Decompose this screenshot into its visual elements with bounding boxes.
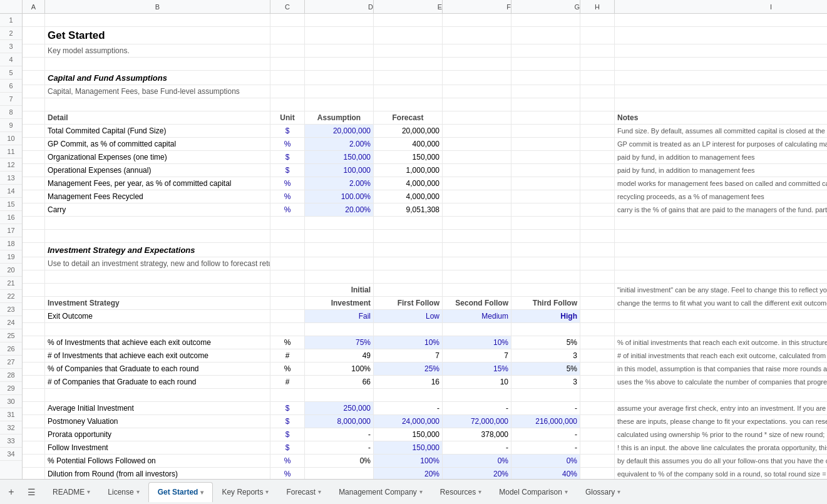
cell-f20[interactable] (443, 270, 511, 283)
cell-a19[interactable] (23, 257, 45, 270)
cell-f11[interactable] (443, 151, 511, 163)
cell-d16[interactable] (305, 217, 374, 229)
table2-row6-v3[interactable]: 72,000,000 (443, 415, 511, 428)
table1-row7-forecast[interactable]: 9,051,308 (374, 203, 443, 216)
cell-d1[interactable] (305, 14, 374, 26)
table1-row5-assumption[interactable]: 2.00% (305, 177, 374, 190)
cell-e17[interactable] (374, 230, 443, 242)
cell-d18[interactable] (305, 243, 374, 257)
table1-row5-detail[interactable]: Management Fees, per year, as % of commi… (45, 177, 270, 190)
cell-d6[interactable] (305, 85, 374, 98)
col-header-a[interactable]: A (23, 0, 45, 13)
cell-i2[interactable] (615, 27, 827, 44)
section1-subtitle[interactable]: Capital, Management Fees, base Fund-leve… (45, 85, 270, 98)
table2-initial-header[interactable]: Initial (305, 284, 374, 296)
table2-row7-detail[interactable]: Prorata opportunity (45, 428, 270, 441)
table1-header-notes[interactable]: Notes (615, 111, 827, 124)
table2-row3-v2[interactable]: 25% (374, 363, 443, 375)
cell-d2[interactable] (305, 27, 374, 44)
table1-row6-assumption[interactable]: 100.00% (305, 190, 374, 203)
cell-a27[interactable] (23, 376, 45, 388)
table2-row1-v3[interactable]: 10% (443, 336, 511, 349)
cell-c16[interactable] (270, 217, 305, 229)
page-title[interactable]: Get Started (45, 27, 270, 44)
cell-h34[interactable] (580, 468, 615, 479)
table2-exit-label[interactable]: Exit Outcome (45, 310, 270, 322)
cell-h8[interactable] (580, 111, 615, 124)
table2-inv-header[interactable]: Investment (305, 297, 374, 309)
cell-b21[interactable] (45, 284, 270, 296)
cell-h25[interactable] (580, 349, 615, 362)
cell-h14[interactable] (580, 190, 615, 203)
cell-a6[interactable] (23, 85, 45, 98)
tab-resources[interactable]: Resources ▾ (431, 482, 490, 502)
col-header-b[interactable]: B (45, 0, 270, 13)
row-num-23[interactable]: 23 (0, 303, 22, 316)
table2-row2-v1[interactable]: 49 (305, 349, 374, 362)
table1-header-assumption[interactable]: Assumption (305, 111, 374, 124)
cell-i28[interactable] (615, 389, 827, 401)
table1-row6-notes[interactable]: recycling proceeds, as a % of management… (615, 190, 827, 203)
cell-i16[interactable] (615, 217, 827, 229)
table2-row5-notes[interactable]: assume your average first check, entry i… (615, 402, 827, 414)
cell-g6[interactable] (511, 85, 580, 98)
cell-g7[interactable] (511, 98, 580, 111)
cell-h27[interactable] (580, 376, 615, 388)
cell-a29[interactable] (23, 402, 45, 414)
table1-row6-forecast[interactable]: 4,000,000 (374, 190, 443, 203)
cell-c18[interactable] (270, 243, 305, 257)
cell-d4[interactable] (305, 58, 374, 70)
cell-a8[interactable] (23, 111, 45, 124)
cell-c5[interactable] (270, 71, 305, 85)
tab-readme[interactable]: README ▾ (44, 482, 99, 502)
table2-row5-v4[interactable]: - (511, 402, 580, 414)
table2-exit-high[interactable]: High (511, 310, 580, 322)
row-num-28[interactable]: 28 (0, 369, 22, 382)
table2-exit-fail[interactable]: Fail (305, 310, 374, 322)
table1-row4-unit[interactable]: $ (270, 164, 305, 177)
row-num-25[interactable]: 25 (0, 329, 22, 342)
cell-g9[interactable] (511, 125, 580, 137)
cell-a24[interactable] (23, 336, 45, 349)
table2-row2-unit[interactable]: # (270, 349, 305, 362)
table2-row8-v4[interactable]: - (511, 441, 580, 454)
cell-a21[interactable] (23, 284, 45, 296)
cell-g18[interactable] (511, 243, 580, 257)
cell-g2[interactable] (511, 27, 580, 44)
cell-b20[interactable] (45, 270, 270, 283)
table1-row7-notes[interactable]: carry is the % of gains that are paid to… (615, 203, 827, 216)
cell-g28[interactable] (511, 389, 580, 401)
cell-f24e[interactable] (443, 323, 511, 336)
cell-h18[interactable] (580, 243, 615, 257)
cell-h28[interactable] (580, 389, 615, 401)
cell-h15[interactable] (580, 203, 615, 216)
cell-h12[interactable] (580, 164, 615, 177)
table1-row3-assumption[interactable]: 150,000 (305, 151, 374, 163)
cell-e7[interactable] (374, 98, 443, 111)
row-num-32[interactable]: 32 (0, 421, 22, 435)
row-num-22[interactable]: 22 (0, 290, 22, 303)
cell-h17[interactable] (580, 230, 615, 242)
table1-row1-unit[interactable]: $ (270, 125, 305, 137)
table1-row6-unit[interactable]: % (270, 190, 305, 203)
table2-row7-v4[interactable]: - (511, 428, 580, 441)
col-header-c[interactable]: C (270, 0, 305, 13)
cell-d17[interactable] (305, 230, 374, 242)
cell-g21[interactable] (511, 284, 580, 296)
table2-row2-detail[interactable]: # of Investments that achieve each exit … (45, 349, 270, 362)
cell-a5[interactable] (23, 71, 45, 85)
cell-g3[interactable] (511, 44, 580, 57)
table1-row2-forecast[interactable]: 400,000 (374, 138, 443, 150)
cell-f12[interactable] (443, 164, 511, 177)
table2-row4-notes[interactable]: uses the %s above to calculate the numbe… (615, 376, 827, 388)
table1-row3-notes[interactable]: paid by fund, in addition to management … (615, 151, 827, 163)
cell-a31[interactable] (23, 428, 45, 441)
cell-h2[interactable] (580, 27, 615, 44)
table2-row10-v1[interactable] (305, 468, 374, 479)
table2-row1-detail[interactable]: % of Investments that achieve each exit … (45, 336, 270, 349)
table2-row3-unit[interactable]: % (270, 363, 305, 375)
cell-i6[interactable] (615, 85, 827, 98)
cell-a26[interactable] (23, 363, 45, 375)
cell-c23[interactable] (270, 310, 305, 322)
row-num-33[interactable]: 33 (0, 435, 22, 448)
